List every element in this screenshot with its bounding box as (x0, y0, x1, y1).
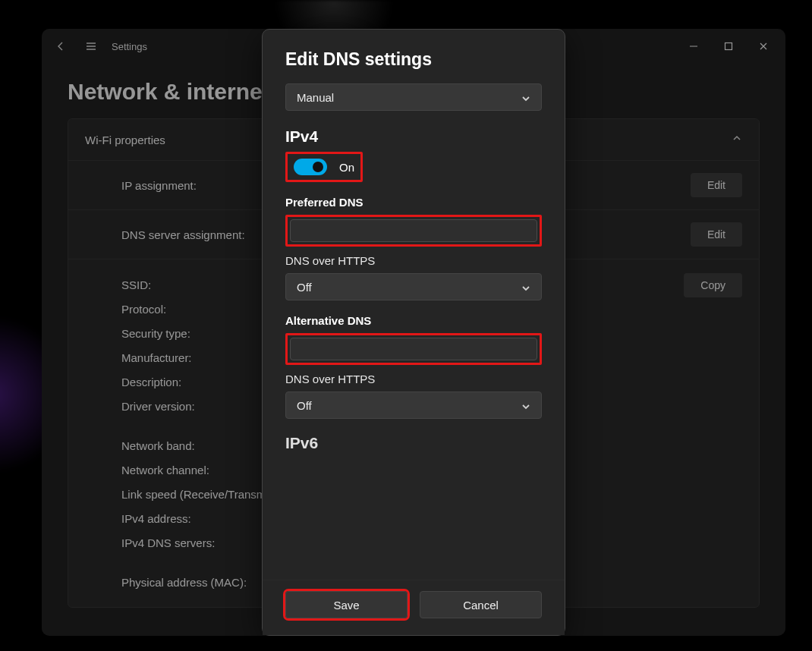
chevron-down-icon (521, 93, 530, 105)
doh1-label: DNS over HTTPS (285, 254, 542, 267)
dialog-title: Edit DNS settings (285, 49, 542, 70)
highlight-alt-dns (285, 333, 542, 365)
cancel-button[interactable]: Cancel (420, 591, 542, 618)
alt-dns-input[interactable] (290, 338, 537, 360)
maximize-button[interactable] (711, 33, 746, 59)
edit-ip-button[interactable]: Edit (691, 173, 742, 197)
doh2-value: Off (297, 399, 312, 412)
doh2-select[interactable]: Off (285, 392, 542, 419)
app-title: Settings (112, 41, 147, 52)
chevron-down-icon (521, 282, 530, 295)
back-button[interactable] (48, 33, 74, 59)
chevron-down-icon (521, 401, 530, 414)
copy-button[interactable]: Copy (684, 273, 742, 297)
edit-dns-dialog: Edit DNS settings Manual IPv4 On Preferr… (262, 29, 565, 636)
save-button[interactable]: Save (285, 591, 408, 618)
hamburger-icon (85, 40, 97, 52)
panel-header-label: Wi-Fi properties (85, 134, 165, 146)
arrow-left-icon (55, 40, 67, 52)
highlight-ipv4-toggle: On (285, 152, 363, 182)
toggle-knob (313, 162, 323, 172)
preferred-dns-input[interactable] (290, 219, 537, 242)
svg-rect-0 (725, 43, 732, 50)
alt-dns-label: Alternative DNS (285, 314, 542, 327)
mode-select[interactable]: Manual (285, 83, 542, 111)
ipv6-heading: IPv6 (285, 434, 542, 452)
doh2-label: DNS over HTTPS (285, 373, 542, 385)
ipv4-toggle[interactable] (294, 159, 327, 175)
highlight-preferred-dns (285, 215, 542, 247)
maximize-icon (724, 42, 733, 51)
doh1-select[interactable]: Off (285, 273, 542, 300)
ipv4-toggle-label: On (339, 161, 354, 174)
preferred-dns-label: Preferred DNS (285, 196, 542, 209)
mode-select-value: Manual (297, 91, 334, 104)
close-icon (759, 42, 768, 51)
chevron-up-icon (732, 133, 742, 146)
edit-dns-button[interactable]: Edit (691, 222, 742, 247)
menu-button[interactable] (78, 33, 104, 59)
minimize-button[interactable] (676, 33, 711, 59)
doh1-value: Off (297, 281, 312, 294)
minimize-icon (689, 42, 698, 51)
dialog-footer: Save Cancel (263, 580, 565, 635)
close-button[interactable] (746, 33, 781, 59)
ipv4-heading: IPv4 (285, 127, 542, 146)
